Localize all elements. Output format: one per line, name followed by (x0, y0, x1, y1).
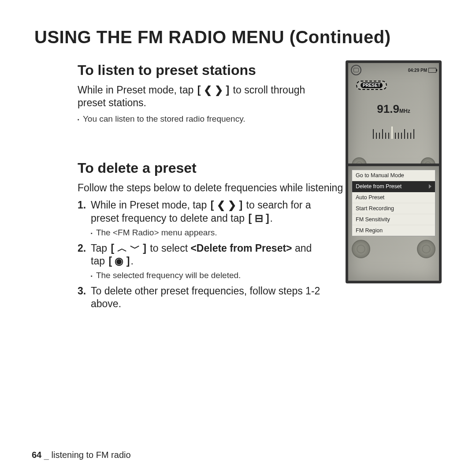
menu-item-fm-region: FM Region (352, 225, 435, 236)
device1-time: 04:29 PM (408, 68, 427, 73)
fm-radio-menu: Go to Manual Mode Delete from Preset Aut… (352, 170, 435, 236)
step2-pre: Tap (91, 242, 110, 254)
page-footer: 64 _ listening to FM radio (32, 450, 131, 460)
section-listen-preset: To listen to preset stations While in Pr… (78, 62, 442, 124)
device1-status-right: 04:29 PM (408, 68, 436, 73)
step1-end: . (270, 212, 273, 224)
preset-badge-outline: PRESET (352, 78, 439, 90)
preset-label: PRESET (361, 82, 383, 88)
menu-item-manual: Go to Manual Mode (352, 170, 435, 181)
footer-separator: _ (44, 450, 52, 460)
menu-key-icon: [ ⊟ ] (247, 212, 270, 225)
step-1-number: 1. (78, 199, 91, 238)
battery-icon (428, 68, 436, 73)
section1-body: While in Preset mode, tap [ ❮ ❯ ] to scr… (78, 84, 333, 110)
step2-end: . (130, 255, 133, 267)
section-delete-preset: To delete a preset Follow the steps belo… (78, 160, 442, 311)
speaker-knob-right-icon (417, 240, 435, 258)
device-screenshot-menu: Go to Manual Mode Delete from Preset Aut… (346, 164, 442, 283)
device1-statusbar: 04:29 PM (348, 63, 439, 75)
step-1: 1. While in Preset mode, tap [ ❮ ❯ ] to … (78, 199, 324, 238)
step1-pre: While in Preset mode, tap (91, 199, 210, 211)
footer-text: listening to FM radio (52, 450, 131, 460)
preset-badge: PRESET (356, 81, 387, 90)
menu-item-auto-preset: Auto Preset (352, 192, 435, 203)
page-title: USING THE FM RADIO MENU (Continued) (34, 27, 442, 47)
step1-sub: The <FM Radio> menu appears. (91, 227, 324, 238)
menu-item-start-recording: Start Recording (352, 203, 435, 214)
step-3-number: 3. (78, 285, 91, 311)
select-key-icon: [ ◉ ] (108, 255, 130, 268)
step-2: 2. Tap [ ︿ ﹀ ] to select <Delete from Pr… (78, 242, 324, 281)
step2-sub: The selected frequency will be deleted. (91, 270, 324, 281)
menu-item-delete-preset: Delete from Preset (352, 181, 435, 192)
up-down-key-icon: [ ︿ ﹀ ] (110, 242, 147, 255)
freq-value: 91.9 (377, 102, 399, 115)
left-right-key-icon: [ ❮ ❯ ] (210, 199, 244, 212)
device1-frequency: 91.9MHz (348, 102, 439, 116)
speaker-knob-left-icon (352, 240, 370, 258)
section2-steps: 1. While in Preset mode, tap [ ❮ ❯ ] to … (78, 199, 324, 310)
step-3: 3. To delete other preset frequencies, f… (78, 285, 324, 311)
device2-knobs (348, 240, 439, 258)
step-2-number: 2. (78, 242, 91, 281)
page: USING THE FM RADIO MENU (Continued) To l… (0, 0, 476, 311)
step3-text: To delete other preset frequencies, foll… (91, 285, 324, 311)
menu-item-fm-sensitivity: FM Sensitivity (352, 214, 435, 225)
dial-needle-icon (391, 126, 393, 139)
step2-bold: <Delete from Preset> (190, 242, 292, 254)
freq-unit: MHz (399, 108, 410, 114)
left-right-key-icon: [ ❮ ❯ ] (197, 84, 231, 97)
radio-icon (351, 65, 361, 75)
device1-dial (356, 119, 431, 139)
section1-body-pre: While in Preset mode, tap (78, 84, 197, 96)
step2-mid: to select (147, 242, 190, 254)
page-number: 64 (32, 450, 41, 460)
